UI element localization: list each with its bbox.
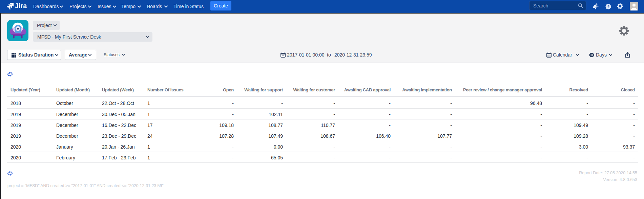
svg-text:?: ? bbox=[607, 5, 609, 9]
